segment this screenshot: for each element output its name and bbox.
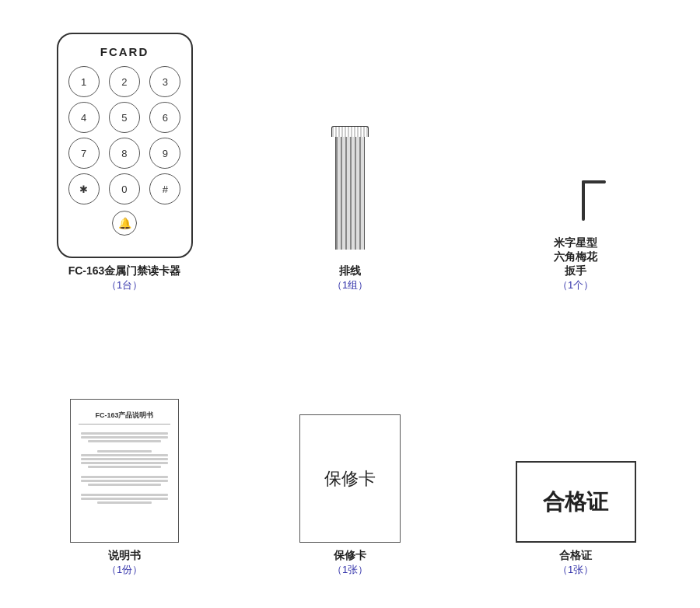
wrench-svg — [541, 174, 611, 225]
wrench-item: 米字星型 六角梅花 扳手 （1个） — [467, 23, 684, 300]
key-7: 7 — [68, 138, 100, 169]
manual-line — [81, 480, 168, 482]
certificate-name: 合格证 — [558, 549, 593, 563]
warranty-name: 保修卡 — [332, 549, 368, 563]
key-3: 3 — [149, 66, 180, 97]
ribbon-visual — [331, 126, 369, 258]
warranty-item: 保修卡 保修卡 （1张） — [241, 308, 459, 585]
key-8: 8 — [109, 138, 140, 169]
manual-line — [97, 501, 152, 504]
manual-title: FC-163产品说明书 — [79, 411, 170, 425]
manual-line — [81, 432, 168, 435]
key-1: 1 — [68, 66, 100, 97]
wrench-count: （1个） — [554, 278, 597, 292]
keypad-name: FC-163金属门禁读卡器 — [68, 264, 181, 278]
keypad-item: FCARD 1 2 3 4 5 6 7 8 9 ✱ 0 # 🔔 FC-163金属… — [16, 23, 233, 300]
manual-line — [88, 466, 161, 468]
wrench-name: 米字星型 六角梅花 扳手 — [554, 236, 597, 278]
manual-line — [81, 498, 168, 500]
manual-line — [97, 450, 152, 453]
manual-line — [88, 484, 161, 486]
ribbon-body — [335, 137, 365, 250]
line-group-3 — [79, 476, 170, 486]
wrench-visual — [537, 168, 614, 230]
key-4: 4 — [68, 102, 100, 133]
key-9: 9 — [149, 138, 180, 169]
manual-lines — [79, 432, 170, 504]
certificate-visual: 合格证 — [516, 461, 636, 543]
certificate-label: 合格证 （1张） — [558, 549, 593, 577]
key-2: 2 — [109, 66, 140, 97]
keypad-label: FC-163金属门禁读卡器 （1台） — [68, 264, 181, 292]
certificate-count: （1张） — [558, 563, 593, 577]
manual-visual: FC-163产品说明书 — [70, 399, 179, 543]
keypad-bell: 🔔 — [112, 211, 137, 236]
key-5: 5 — [109, 102, 140, 133]
manual-line — [81, 462, 168, 464]
line-group-4 — [79, 494, 170, 504]
keypad-brand: FCARD — [100, 45, 149, 58]
manual-item: FC-163产品说明书 — [16, 308, 233, 585]
ribbon-connector — [331, 126, 369, 137]
manual-line — [81, 494, 168, 496]
manual-count: （1份） — [107, 563, 142, 577]
keypad-grid: 1 2 3 4 5 6 7 8 9 ✱ 0 # — [66, 66, 184, 204]
warranty-visual: 保修卡 — [299, 414, 401, 543]
manual-line — [88, 440, 161, 442]
line-group-2 — [79, 450, 170, 468]
keypad-count: （1台） — [68, 278, 181, 292]
ribbon-label: 排线 （1组） — [332, 264, 368, 292]
warranty-label: 保修卡 （1张） — [332, 549, 368, 577]
main-page: FCARD 1 2 3 4 5 6 7 8 9 ✱ 0 # 🔔 FC-163金属… — [0, 0, 700, 608]
line-group-1 — [79, 432, 170, 442]
keypad-device: FCARD 1 2 3 4 5 6 7 8 9 ✱ 0 # 🔔 — [57, 33, 193, 258]
key-star: ✱ — [68, 173, 100, 204]
warranty-text: 保修卡 — [324, 467, 376, 491]
key-hash: # — [149, 173, 180, 204]
key-6: 6 — [149, 102, 180, 133]
manual-label: 说明书 （1份） — [107, 549, 142, 577]
certificate-text: 合格证 — [543, 487, 608, 517]
manual-line — [81, 458, 168, 460]
manual-line — [81, 454, 168, 456]
ribbon-item: 排线 （1组） — [241, 23, 459, 300]
key-0: 0 — [109, 173, 140, 204]
warranty-count: （1张） — [332, 563, 368, 577]
ribbon-name: 排线 — [332, 264, 368, 278]
ribbon-count: （1组） — [332, 278, 368, 292]
manual-line — [81, 436, 168, 439]
certificate-item: 合格证 合格证 （1张） — [467, 308, 684, 585]
manual-line — [81, 476, 168, 478]
manual-name: 说明书 — [107, 549, 142, 563]
wrench-label: 米字星型 六角梅花 扳手 （1个） — [554, 236, 597, 292]
